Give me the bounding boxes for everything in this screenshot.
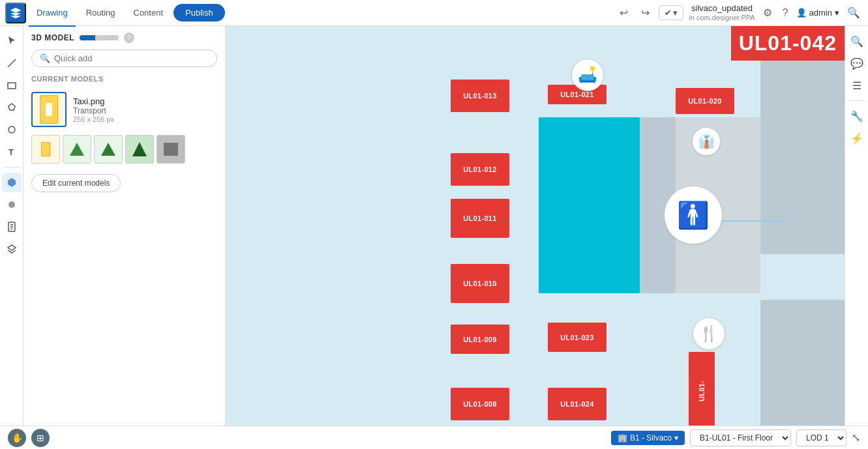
model-variants bbox=[31, 131, 217, 171]
tab-routing[interactable]: Routing bbox=[78, 1, 123, 27]
search-right-button[interactable]: 🔍 bbox=[847, 31, 867, 51]
room-label-UL01-042-large: UL01-042 bbox=[731, 26, 845, 61]
publish-button[interactable]: Publish bbox=[173, 4, 225, 22]
lod-select[interactable]: LOD 1 bbox=[796, 429, 846, 446]
svg-text:T: T bbox=[8, 147, 14, 157]
panel-model-section: 3D MODEL ? 🔍 CURRENT MODELS Taxi.png Tra… bbox=[23, 26, 225, 207]
room-label-UL01-020[interactable]: UL01-020 bbox=[676, 88, 734, 114]
settings-button[interactable]: ⚙ bbox=[760, 4, 775, 22]
svg-point-3 bbox=[8, 201, 15, 208]
logo-button[interactable] bbox=[5, 3, 26, 23]
tab-content[interactable]: Content bbox=[126, 1, 172, 27]
document-tool-button[interactable] bbox=[2, 217, 22, 237]
cursor-tool-button[interactable] bbox=[2, 31, 22, 51]
room-label-UL01-012[interactable]: UL01-012 bbox=[451, 153, 509, 186]
room-label-UL01-partial[interactable]: UL01- bbox=[689, 352, 715, 426]
file-info: silvaco_updated in com.designer.PPA bbox=[689, 3, 755, 22]
undo-button[interactable]: ↩ bbox=[616, 4, 632, 22]
text-tool-button[interactable]: T bbox=[2, 142, 22, 162]
3d-model-tool-button[interactable] bbox=[2, 173, 22, 192]
hand-tool-button[interactable]: ✋ bbox=[8, 429, 26, 447]
quick-add-search[interactable]: 🔍 bbox=[31, 50, 217, 67]
floor-select[interactable]: B1-UL01 - First Floor bbox=[690, 429, 791, 446]
building-select[interactable]: 🏢 B1 - Silvaco ▾ bbox=[611, 431, 685, 445]
search-nav-button[interactable]: 🔍 bbox=[845, 4, 863, 22]
model-thumb-inner bbox=[40, 95, 58, 124]
map-icon-hanger-1: 👔 bbox=[692, 127, 721, 156]
right-separator bbox=[849, 100, 865, 101]
room-label-UL01-011[interactable]: UL01-011 bbox=[451, 199, 509, 238]
check-icon: ✔ bbox=[665, 8, 672, 18]
variant-2[interactable] bbox=[63, 135, 91, 164]
map-inner: UL01-042 UL01-013 UL01-021 UL01-020 UL01… bbox=[226, 26, 845, 426]
polygon-tool-button[interactable] bbox=[2, 98, 22, 117]
variant-3[interactable] bbox=[94, 135, 123, 164]
help-button[interactable]: ? bbox=[780, 5, 791, 22]
bottom-bar: ✋ ⊞ 🏢 B1 - Silvaco ▾ B1-UL01 - First Flo… bbox=[0, 426, 868, 449]
rect-tool-button[interactable] bbox=[2, 76, 22, 95]
variant-4[interactable] bbox=[125, 135, 154, 164]
line-tool-button[interactable] bbox=[2, 53, 22, 73]
gray-room-4 bbox=[760, 300, 845, 426]
building-icon: 🏢 bbox=[618, 433, 627, 442]
blue-rect-main bbox=[539, 117, 640, 293]
model-thumbnail bbox=[31, 92, 67, 127]
user-dropdown-arrow: ▾ bbox=[835, 8, 839, 18]
top-navigation: Drawing Routing Content Publish ↩ ↪ ✔ ▾ … bbox=[0, 0, 868, 26]
map-icon-food: 🍴 bbox=[693, 317, 725, 350]
3d-model-toggle-row: 3D MODEL ? bbox=[31, 33, 217, 43]
user-menu[interactable]: 👤 admin ▾ bbox=[796, 8, 839, 18]
wrench-right-button[interactable]: 🔧 bbox=[847, 106, 867, 126]
lightning-right-button[interactable]: ⚡ bbox=[847, 128, 867, 148]
room-label-UL01-009[interactable]: UL01-009 bbox=[451, 325, 509, 354]
search-icon: 🔍 bbox=[40, 53, 50, 63]
map-icon-sofa: 🛋️ bbox=[571, 59, 604, 91]
quick-add-input[interactable] bbox=[54, 53, 209, 63]
model-item: Taxi.png Transport 256 x 256 px bbox=[31, 88, 217, 131]
toolbar-tools: ↩ ↪ ✔ ▾ silvaco_updated in com.designer.… bbox=[616, 3, 863, 22]
redo-button[interactable]: ↪ bbox=[637, 4, 653, 22]
menu-right-button[interactable]: ☰ bbox=[847, 76, 867, 95]
separator-1 bbox=[4, 167, 20, 167]
building-dropdown-arrow: ▾ bbox=[674, 433, 678, 442]
model-category: Transport bbox=[73, 106, 217, 115]
variant-5[interactable] bbox=[157, 135, 185, 164]
3d-model-toggle[interactable] bbox=[80, 35, 119, 40]
grid-tool-button[interactable]: ⊞ bbox=[31, 429, 50, 447]
dropdown-arrow: ▾ bbox=[673, 8, 678, 18]
edit-models-button[interactable]: Edit current models bbox=[31, 174, 121, 192]
user-icon: 👤 bbox=[796, 8, 807, 18]
chat-right-button[interactable]: 💬 bbox=[847, 53, 867, 73]
help-circle-icon[interactable]: ? bbox=[124, 33, 134, 43]
room-label-UL01-023[interactable]: UL01-023 bbox=[548, 323, 606, 352]
svg-rect-0 bbox=[8, 83, 16, 89]
model-name: Taxi.png bbox=[73, 96, 217, 106]
main-area: T 3D MODEL ? 🔍 CURRENT MODEL bbox=[0, 26, 868, 426]
check-dropdown-button[interactable]: ✔ ▾ bbox=[659, 5, 683, 20]
map-canvas[interactable]: UL01-042 UL01-013 UL01-021 UL01-020 UL01… bbox=[226, 26, 845, 426]
model-size: 256 x 256 px bbox=[73, 115, 217, 123]
room-label-UL01-013[interactable]: UL01-013 bbox=[451, 80, 509, 112]
variant-1[interactable] bbox=[31, 135, 60, 164]
room-label-UL01-024[interactable]: UL01-024 bbox=[548, 388, 606, 420]
gray-room-3 bbox=[760, 124, 845, 254]
circle-tool-button[interactable] bbox=[2, 120, 22, 139]
layers-tool-button[interactable] bbox=[2, 239, 22, 259]
tab-drawing[interactable]: Drawing bbox=[29, 1, 76, 27]
right-sidebar: 🔍 💬 ☰ 🔧 ⚡ bbox=[845, 26, 868, 426]
current-models-label: CURRENT MODELS bbox=[31, 75, 217, 83]
left-icon-bar: T bbox=[0, 26, 23, 426]
model-info: Taxi.png Transport 256 x 256 px bbox=[73, 96, 217, 123]
paint-tool-button[interactable] bbox=[2, 195, 22, 214]
svg-point-1 bbox=[8, 126, 15, 133]
left-panel: 3D MODEL ? 🔍 CURRENT MODELS Taxi.png Tra… bbox=[23, 26, 226, 426]
room-label-UL01-008[interactable]: UL01-008 bbox=[451, 388, 509, 420]
map-icon-person: 🚹 bbox=[664, 186, 723, 244]
fullscreen-button[interactable]: ⤡ bbox=[852, 431, 860, 444]
room-label-UL01-010[interactable]: UL01-010 bbox=[451, 264, 509, 303]
